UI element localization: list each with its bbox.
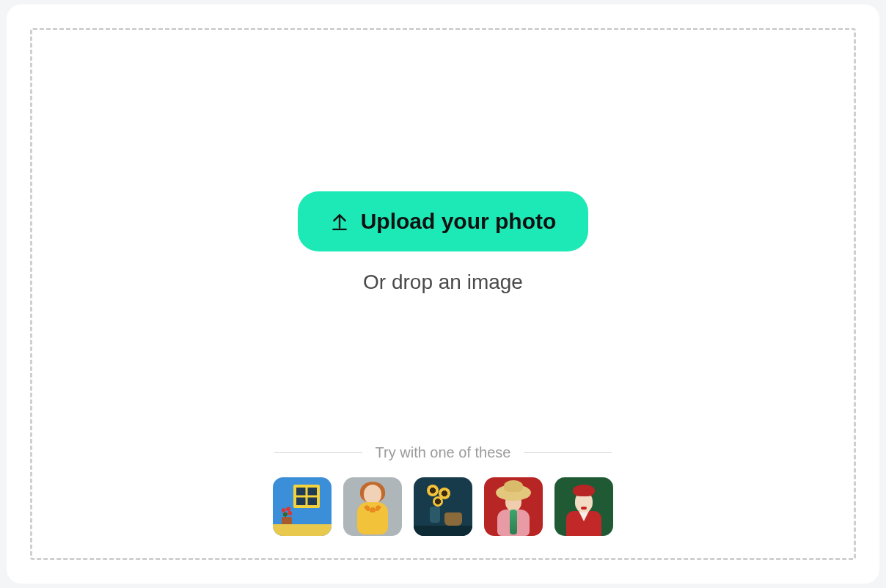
sample-thumb[interactable] [273, 477, 332, 536]
divider-line [274, 452, 362, 453]
sample-thumb[interactable] [484, 477, 543, 536]
sample-thumb[interactable] [554, 477, 613, 536]
divider-line [524, 452, 612, 453]
upload-card: Upload your photo Or drop an image Try w… [7, 4, 879, 584]
sample-thumb[interactable] [343, 477, 402, 536]
upload-center: Upload your photo Or drop an image [298, 191, 589, 294]
samples-title: Try with one of these [376, 444, 511, 461]
samples-row [273, 477, 613, 536]
dropzone[interactable]: Upload your photo Or drop an image Try w… [30, 28, 856, 560]
upload-button-label: Upload your photo [361, 209, 557, 234]
sample-thumb[interactable] [414, 477, 472, 536]
upload-button[interactable]: Upload your photo [298, 191, 589, 251]
samples-header: Try with one of these [274, 444, 612, 461]
samples-section: Try with one of these [32, 444, 854, 536]
upload-icon [330, 212, 349, 231]
drop-hint-text: Or drop an image [363, 271, 523, 294]
